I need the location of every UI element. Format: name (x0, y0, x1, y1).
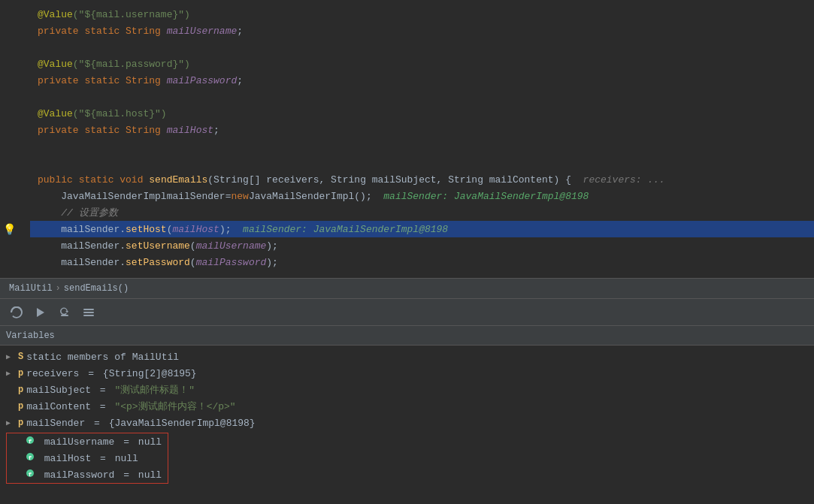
null-fields-group: ▶ f mailUsername = null ▶ (6, 433, 168, 484)
code-line (30, 155, 814, 171)
breadcrumb-class: MailUtil (9, 283, 53, 294)
var-item-mailsubject[interactable]: ▶ p mailSubject = "测试邮件标题！" (0, 382, 814, 398)
code-line: private static String mailUsername ; (30, 23, 814, 39)
svg-text:f: f (29, 471, 32, 478)
svg-marker-0 (37, 308, 44, 317)
svg-rect-4 (83, 315, 94, 316)
code-line (30, 89, 814, 105)
code-line (30, 39, 814, 56)
svg-rect-1 (61, 315, 68, 316)
code-line: private static String mailHost ; (30, 122, 814, 138)
step-over-button[interactable] (54, 303, 75, 321)
code-line: mailSender . setUsername ( mailUsername … (30, 237, 814, 254)
var-list: ▶ S static members of MailUtil ▶ p recei… (0, 346, 814, 488)
variables-panel-header: Variables (0, 326, 814, 346)
code-editor: @Value("${mail.username}") private stati… (0, 0, 814, 278)
static-icon: S (18, 352, 23, 362)
code-line: @Value("${mail.password}") (30, 56, 814, 72)
code-line: public static void sendEmails (String[] … (30, 171, 814, 188)
breadcrumb-method: sendEmails() (64, 283, 129, 294)
var-item-receivers[interactable]: ▶ p receivers = {String[2]@8195} (0, 365, 814, 382)
param-icon: p (18, 368, 23, 379)
variables-panel: ▶ S static members of MailUtil ▶ p recei… (0, 346, 814, 504)
svg-text:f: f (29, 438, 32, 445)
restart-button[interactable] (6, 303, 27, 321)
field-svg-icon3: f (25, 468, 35, 478)
code-line: private static String mailPassword ; (30, 72, 814, 89)
param-icon: p (18, 418, 23, 428)
code-line (30, 138, 814, 155)
code-line: mailSender . setPassword ( mailPassword … (30, 254, 814, 270)
svg-rect-3 (83, 312, 94, 313)
resume-button[interactable] (30, 303, 51, 321)
code-line-highlighted: 💡 mailSender . setHost ( mailHost ); mai… (30, 221, 814, 237)
code-line: JavaMailSenderImpl mailSender = new Java… (30, 188, 814, 204)
svg-text:f: f (29, 454, 32, 461)
debug-bulb: 💡 (2, 223, 17, 236)
code-line: @Value("${mail.host}") (30, 105, 814, 122)
var-item-mailusername[interactable]: ▶ f mailUsername = null (7, 433, 168, 450)
debug-toolbar (0, 299, 814, 326)
field-svg-icon: f (25, 435, 35, 445)
var-item-mailhost[interactable]: ▶ f mailHost = null (7, 450, 168, 466)
field-icon: f (25, 468, 35, 481)
svg-rect-2 (83, 309, 94, 310)
var-item-mailsender[interactable]: ▶ p mailSender = {JavaMailSenderImpl@819… (0, 415, 814, 431)
step-over-icon (59, 306, 71, 318)
field-svg-icon2: f (25, 451, 35, 462)
breadcrumb-bar: MailUtil › sendEmails() (0, 278, 814, 299)
field-icon: f (25, 435, 35, 448)
param-icon: p (18, 401, 23, 412)
var-item-mailpassword[interactable]: ▶ f mailPassword = null (7, 466, 168, 483)
param-icon: p (18, 385, 23, 395)
code-lines: @Value("${mail.username}") private stati… (0, 0, 814, 276)
resume-icon (35, 306, 47, 318)
debug-panel: Variables ▶ S static members of MailUtil… (0, 299, 814, 504)
code-line: @Value("${mail.username}") (30, 6, 814, 23)
restart-icon (11, 306, 23, 318)
var-item-static[interactable]: ▶ S static members of MailUtil (0, 349, 814, 365)
var-item-mailcontent[interactable]: ▶ p mailContent = "<p>测试邮件内容！</p>" (0, 398, 814, 415)
field-icon: f (25, 451, 35, 465)
watches-icon (83, 306, 95, 318)
watches-button[interactable] (78, 303, 99, 321)
variables-title: Variables (6, 330, 55, 341)
code-line: // 设置参数 (30, 204, 814, 221)
breadcrumb-separator: › (56, 283, 61, 294)
